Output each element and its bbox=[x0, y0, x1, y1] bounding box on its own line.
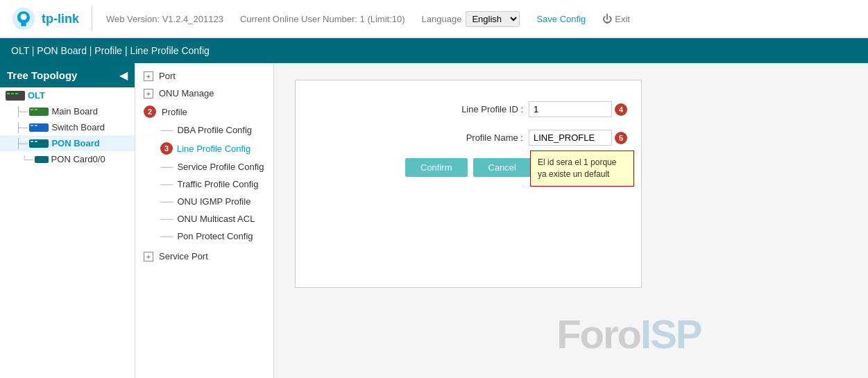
sidebar-pon-card-label: PON Card0/0 bbox=[51, 154, 105, 164]
profile-name-input[interactable] bbox=[529, 130, 612, 146]
svg-rect-14 bbox=[31, 141, 33, 142]
profile-name-label: Profile Name : bbox=[433, 132, 523, 143]
sidebar-item-pon-card[interactable]: └─ PON Card0/0 bbox=[0, 151, 135, 167]
nav-item-service-port[interactable]: + Service Port bbox=[135, 248, 273, 265]
form-row-id: Line Profile ID : 4 bbox=[309, 101, 627, 117]
confirm-button[interactable]: Confirm bbox=[405, 158, 468, 177]
main-layout: Tree Topology ◀ OLT ├─ Main Board bbox=[0, 63, 868, 378]
nav-item-profile[interactable]: 2 Profile bbox=[135, 102, 273, 121]
line-profile-id-input[interactable] bbox=[529, 101, 612, 117]
nav-item-line-profile[interactable]: 3 Line Profile Config bbox=[135, 139, 273, 158]
sidebar-olt-label: OLT bbox=[28, 90, 45, 101]
sidebar-header: Tree Topology ◀ bbox=[0, 63, 135, 87]
svg-rect-13 bbox=[29, 139, 49, 148]
sidebar-title: Tree Topology bbox=[7, 69, 77, 81]
sidebar-item-pon-board[interactable]: ├─ PON Board bbox=[0, 135, 135, 151]
logo-text: tp-link bbox=[42, 12, 79, 26]
svg-rect-4 bbox=[7, 93, 10, 94]
port-expand-icon: + bbox=[144, 71, 153, 81]
nav-service-profile-label: Service Profile Config bbox=[177, 162, 264, 172]
svg-rect-2 bbox=[22, 20, 25, 25]
svg-rect-10 bbox=[29, 123, 49, 132]
main-board-icon bbox=[29, 108, 49, 116]
svg-rect-16 bbox=[35, 156, 49, 163]
svg-rect-3 bbox=[6, 91, 25, 101]
left-nav: + Port + ONU Manage 2 Profile ── DBA Pro… bbox=[135, 63, 274, 378]
profile-badge: 2 bbox=[144, 105, 156, 118]
sidebar-item-switch-board[interactable]: ├─ Switch Board bbox=[0, 119, 135, 135]
nav-onu-multicast-label: ONU Multicast ACL bbox=[177, 214, 255, 224]
power-icon: ⏻ bbox=[602, 13, 612, 24]
sidebar: Tree Topology ◀ OLT ├─ Main Board bbox=[0, 63, 135, 378]
tooltip-box: El id sera el 1 porque ya existe un defa… bbox=[530, 151, 634, 187]
web-version: Web Version: V1.2.4_201123 bbox=[106, 14, 223, 24]
nav-item-onu-multicast[interactable]: ── ONU Multicast ACL bbox=[135, 210, 273, 227]
collapse-sidebar-button[interactable]: ◀ bbox=[119, 69, 128, 82]
tooltip-text: El id sera el 1 porque ya existe un defa… bbox=[538, 157, 616, 179]
nav-item-onu-igmp[interactable]: ── ONU IGMP Profile bbox=[135, 193, 273, 210]
nav-traffic-profile-label: Traffic Profile Config bbox=[177, 179, 258, 189]
svg-rect-5 bbox=[11, 93, 14, 94]
line-profile-badge: 3 bbox=[160, 142, 173, 155]
svg-rect-8 bbox=[31, 109, 33, 110]
nav-port-label: Port bbox=[159, 71, 176, 81]
language-label: Language bbox=[422, 14, 462, 24]
form-row-name: Profile Name : 5 El id sera el 1 porque … bbox=[309, 130, 627, 146]
svg-rect-6 bbox=[15, 93, 18, 94]
nav-onu-igmp-label: ONU IGMP Profile bbox=[177, 196, 250, 207]
sidebar-item-main-board[interactable]: ├─ Main Board bbox=[0, 103, 135, 119]
tp-link-logo-icon bbox=[11, 6, 36, 31]
nav-service-port-label: Service Port bbox=[159, 251, 208, 261]
pon-board-icon bbox=[29, 139, 49, 148]
svg-rect-15 bbox=[35, 141, 37, 142]
content-area: + Port + ONU Manage 2 Profile ── DBA Pro… bbox=[135, 63, 868, 378]
language-area: Language English Chinese bbox=[422, 11, 520, 27]
olt-device-icon bbox=[6, 91, 25, 101]
nav-dba-profile-label: DBA Profile Config bbox=[177, 125, 252, 135]
language-select[interactable]: English Chinese bbox=[466, 11, 520, 27]
breadcrumb-bar: OLT | PON Board | Profile | Line Profile… bbox=[0, 38, 868, 63]
breadcrumb: OLT | PON Board | Profile | Line Profile… bbox=[11, 45, 210, 56]
cancel-button[interactable]: Cancel bbox=[473, 158, 531, 177]
foroisp-watermark: ForoISP bbox=[556, 311, 701, 357]
svg-rect-9 bbox=[35, 109, 37, 110]
header: tp-link Web Version: V1.2.4_201123 Curre… bbox=[0, 0, 868, 38]
exit-label: Exit bbox=[615, 14, 630, 24]
onu-manage-expand-icon: + bbox=[144, 89, 153, 98]
sidebar-main-board-label: Main Board bbox=[51, 106, 97, 117]
online-users: Current Online User Number: 1 (Limit:10) bbox=[240, 14, 405, 24]
nav-item-service-profile[interactable]: ── Service Profile Config bbox=[135, 158, 273, 175]
sidebar-item-olt[interactable]: OLT bbox=[0, 87, 135, 103]
svg-point-1 bbox=[21, 14, 27, 20]
exit-area[interactable]: ⏻ Exit bbox=[602, 13, 630, 24]
save-config-button[interactable]: Save Config bbox=[536, 14, 586, 24]
form-panel: Line Profile ID : 4 Profile Name : 5 El … bbox=[295, 80, 642, 288]
nav-item-pon-protect[interactable]: ── Pon Protect Config bbox=[135, 227, 273, 245]
nav-item-dba-profile[interactable]: ── DBA Profile Config bbox=[135, 121, 273, 139]
right-content: ForoISP Line Profile ID : 4 Profile Name… bbox=[274, 63, 868, 378]
switch-board-icon bbox=[29, 123, 49, 132]
header-info: Web Version: V1.2.4_201123 Current Onlin… bbox=[106, 11, 857, 27]
nav-line-profile-label: Line Profile Config bbox=[177, 144, 250, 154]
svg-rect-7 bbox=[29, 108, 49, 116]
nav-pon-protect-label: Pon Protect Config bbox=[177, 231, 253, 241]
profile-name-badge: 5 bbox=[615, 132, 627, 144]
nav-onu-manage-label: ONU Manage bbox=[159, 88, 214, 98]
nav-profile-label: Profile bbox=[162, 107, 187, 117]
nav-item-onu-manage[interactable]: + ONU Manage bbox=[135, 85, 273, 102]
svg-rect-11 bbox=[31, 125, 33, 126]
svg-rect-12 bbox=[35, 125, 37, 126]
sidebar-pon-board-label: PON Board bbox=[51, 138, 99, 148]
pon-card-icon bbox=[35, 156, 49, 163]
logo-area: tp-link bbox=[11, 6, 92, 31]
line-profile-id-badge: 4 bbox=[615, 103, 627, 116]
line-profile-id-label: Line Profile ID : bbox=[433, 104, 523, 114]
sidebar-switch-board-label: Switch Board bbox=[51, 122, 105, 132]
nav-item-port[interactable]: + Port bbox=[135, 67, 273, 85]
nav-item-traffic-profile[interactable]: ── Traffic Profile Config bbox=[135, 175, 273, 193]
content-inner: + Port + ONU Manage 2 Profile ── DBA Pro… bbox=[135, 63, 868, 378]
service-port-expand-icon: + bbox=[144, 252, 153, 261]
